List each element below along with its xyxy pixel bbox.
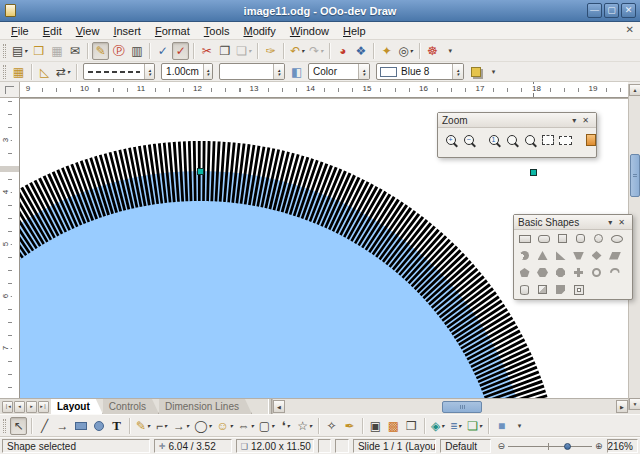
zoom-100-icon[interactable]: 1 [485,131,502,149]
arrow-style-icon[interactable]: ⇄▾ [54,63,72,81]
stars-icon[interactable]: ☆▾ [295,417,314,435]
glue-points-icon[interactable]: ✒ [341,417,358,435]
shape-hexagon-icon[interactable] [535,265,550,280]
line-style-select[interactable]: ▴▾ [83,63,155,80]
insert-frames-icon[interactable]: ❒ [403,417,420,435]
object-size-cell[interactable]: ❑ 12.00 x 11.50 [236,439,314,453]
edit-file-icon[interactable]: ✎ [92,42,109,60]
toolbar-options-icon[interactable]: ▾ [485,63,502,81]
shadow-icon[interactable] [467,63,484,81]
zoom-out-icon[interactable]: ⊖ [497,441,505,451]
spinner-icon[interactable]: ▴▾ [273,64,284,79]
new-document-icon[interactable]: ▤▾ [10,42,29,60]
scroll-down-icon[interactable]: ▼ [629,398,640,410]
zoom-in-icon[interactable]: ⊕ [595,441,603,451]
arrow-icon[interactable]: → [54,417,71,435]
shape-folded-corner-icon[interactable] [553,282,568,297]
shift-icon[interactable] [582,131,599,149]
zoom-in-icon[interactable]: + [442,131,459,149]
panel-menu-icon[interactable]: ▾ [569,116,579,125]
last-slide-icon[interactable]: ▸❘ [38,401,49,413]
zoom-next-icon[interactable] [521,131,538,149]
fill-color-select[interactable]: Blue 8 ▴▾ [376,63,464,80]
ellipse-icon[interactable] [90,417,107,435]
document-as-email-icon[interactable]: ✉ [66,42,83,60]
maximize-button[interactable]: ▢ [604,3,619,18]
menu-edit[interactable]: Edit [36,24,69,38]
basic-shapes-icon[interactable]: ◯▾ [192,417,213,435]
page-style-cell[interactable]: Default [440,439,491,453]
zoom-icon[interactable]: ◎▾ [396,42,415,60]
scroll-right-icon[interactable]: ▶ [616,400,628,413]
shape-cube-icon[interactable] [535,282,550,297]
panel-menu-icon[interactable]: ▾ [605,218,615,227]
cursor-position-cell[interactable]: ✛ 6.04 / 3.52 [154,439,232,453]
minimize-button[interactable]: — [587,3,602,18]
vertical-ruler[interactable]: 34567 [0,98,20,398]
spinner-icon[interactable]: ▴▾ [358,64,369,79]
menu-insert[interactable]: Insert [106,24,148,38]
auto-spellcheck-icon[interactable]: ✓ [172,42,189,60]
rotate-icon[interactable]: ◈▾ [429,417,446,435]
shape-block-arc-icon[interactable] [607,265,622,280]
menu-file[interactable]: File [4,24,36,38]
insert-picture-icon[interactable]: ▣ [367,417,384,435]
shape-octagon-icon[interactable] [553,265,568,280]
next-slide-icon[interactable]: ▸ [26,401,37,413]
toolbar-options-icon[interactable]: ▾ [442,42,459,60]
shape-square-rounded-icon[interactable] [573,231,588,246]
spinner-icon[interactable]: ▴▾ [144,64,154,79]
vertical-scrollbar-thumb[interactable] [630,154,640,197]
select-icon[interactable]: ↖ [10,417,27,435]
connector-icon[interactable]: ⌐▾ [153,417,170,435]
curve-icon[interactable]: ✎▾ [134,417,152,435]
spellcheck-icon[interactable]: ✓ [154,42,171,60]
slide-indicator[interactable]: Slide 1 / 1 (Layout) [353,439,436,453]
shape-diamond-icon[interactable] [589,248,604,263]
shape-circle-pie-icon[interactable] [517,248,532,263]
zoom-out-icon[interactable]: − [460,131,477,149]
shape-cylinder-icon[interactable] [517,282,532,297]
styles-icon[interactable]: ▦ [10,63,27,81]
toolbar-grip[interactable] [3,419,6,433]
tab-dimension-lines[interactable]: Dimension Lines [159,399,252,414]
shape-square-icon[interactable] [555,231,570,246]
lines-and-arrows-icon[interactable]: →▾ [171,417,191,435]
scroll-left-icon[interactable]: ◀ [273,400,285,413]
export-as-pdf-icon[interactable]: Ⓟ [110,42,127,60]
edit-points-icon[interactable]: ✧ [323,417,340,435]
alignment-icon[interactable]: ≡▾ [447,417,464,435]
line-width-input[interactable]: 1.00cm ▴▾ [161,63,213,80]
first-slide-icon[interactable]: ❘◂ [2,401,13,413]
tab-controls[interactable]: Controls [103,399,159,414]
area-icon[interactable]: ◧ [288,63,305,81]
shape-frame-icon[interactable] [571,282,586,297]
toolbar-options-icon[interactable]: ▾ [511,417,528,435]
close-document-icon[interactable]: ✕ [626,24,634,35]
help-icon[interactable]: ☸ [424,42,441,60]
symbol-shapes-icon[interactable]: ☺▾ [215,417,235,435]
shape-ring-icon[interactable] [589,265,604,280]
flowchart-icon[interactable]: ▢▾ [257,417,276,435]
area-style-select[interactable]: Color ▴▾ [308,63,370,80]
paste-icon[interactable]: ❏▾ [234,42,253,60]
display-grid-icon[interactable]: ✦ [378,42,395,60]
basic-shapes-panel-titlebar[interactable]: Basic Shapes ▾ ✕ [514,215,632,230]
title-bar[interactable]: image11.odg - OOo-dev Draw — ▢ ✕ [0,0,640,22]
entire-page-icon[interactable] [539,131,556,149]
rectangle-icon[interactable] [72,417,89,435]
shape-parallelogram-icon[interactable] [607,248,623,263]
panel-close-icon[interactable]: ✕ [579,116,592,125]
spinner-icon[interactable]: ▴▾ [452,64,463,79]
previous-slide-icon[interactable]: ◂ [14,401,25,413]
clone-formatting-icon[interactable]: ✑ [262,42,279,60]
block-arrows-icon[interactable]: ⇔▾ [236,417,256,435]
spinner-icon[interactable]: ▴▾ [203,64,212,79]
shape-right-triangle-icon[interactable] [553,248,568,263]
horizontal-ruler[interactable]: 910111213141516171819 [20,82,628,98]
print-icon[interactable]: ▥ [128,42,145,60]
selection-handle-top-center[interactable] [197,168,204,175]
zoom-percent-cell[interactable]: 216% [607,439,638,453]
close-button[interactable]: ✕ [621,3,636,18]
toolbar-grip[interactable] [3,65,6,79]
